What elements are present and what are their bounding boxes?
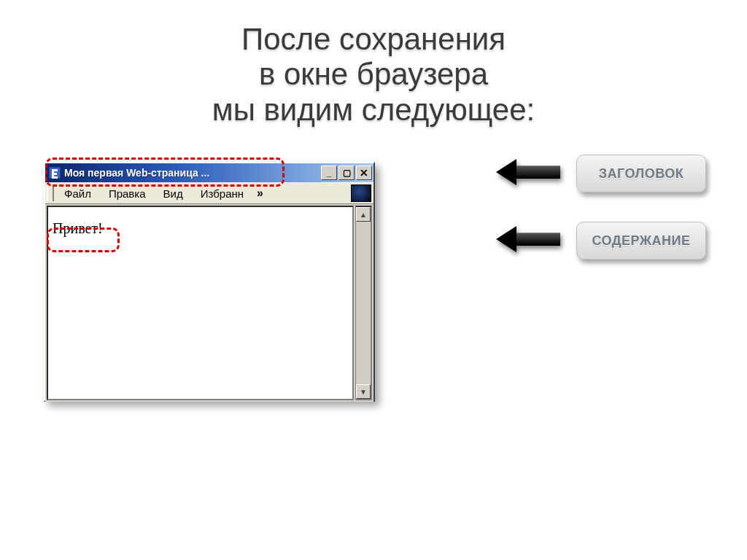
menu-file[interactable]: Файл: [55, 183, 100, 203]
arrow-left-icon: [496, 226, 516, 252]
chevron-up-icon: ▲: [360, 211, 367, 219]
label-content: СОДЕРЖАНИЕ: [576, 222, 706, 260]
minimize-button[interactable]: _: [321, 166, 337, 180]
menu-overflow[interactable]: »: [252, 183, 268, 203]
close-button[interactable]: ✕: [356, 166, 372, 180]
menu-favorites[interactable]: Избранн: [192, 183, 252, 203]
window-title: Моя первая Web-страница ...: [64, 167, 318, 179]
scroll-track[interactable]: [356, 222, 371, 384]
toolbar-grip[interactable]: [47, 185, 54, 201]
ie-logo-icon: [351, 184, 371, 202]
window-buttons: _ ▢ ✕: [321, 166, 372, 180]
arrow-left-icon: [496, 159, 516, 185]
heading-line-3: мы видим следующее:: [0, 93, 747, 128]
slide-heading: После сохранения в окне браузера мы види…: [0, 22, 747, 128]
chevron-down-icon: ▼: [360, 388, 367, 396]
menubar: Файл Правка Вид Избранн »: [45, 182, 374, 204]
vertical-scrollbar[interactable]: ▲ ▼: [355, 206, 372, 400]
ie-icon: [48, 166, 61, 179]
titlebar[interactable]: Моя первая Web-страница ... _ ▢ ✕: [45, 163, 374, 182]
label-title: ЗАГОЛОВОК: [576, 155, 706, 192]
chevron-more-icon: »: [257, 187, 263, 200]
scroll-up-button[interactable]: ▲: [356, 207, 371, 222]
close-icon: ✕: [360, 167, 368, 179]
heading-line-2: в окне браузера: [0, 57, 747, 92]
scroll-down-button[interactable]: ▼: [356, 384, 371, 399]
page-body-text: Привет!: [53, 220, 103, 237]
minimize-icon: _: [327, 168, 332, 178]
arrow-to-title: [496, 159, 560, 185]
menu-edit[interactable]: Правка: [100, 183, 155, 203]
menu-view[interactable]: Вид: [155, 183, 192, 203]
heading-line-1: После сохранения: [0, 22, 747, 57]
content-area: Привет! ▲ ▼: [45, 204, 374, 402]
arrow-to-content: [496, 226, 560, 252]
ie-throbber: [350, 183, 372, 203]
maximize-button[interactable]: ▢: [338, 166, 355, 180]
slide: После сохранения в окне браузера мы види…: [0, 0, 747, 560]
browser-window: Моя первая Web-страница ... _ ▢ ✕ Файл П…: [44, 162, 375, 402]
maximize-icon: ▢: [343, 168, 351, 178]
viewport[interactable]: Привет!: [47, 206, 354, 400]
